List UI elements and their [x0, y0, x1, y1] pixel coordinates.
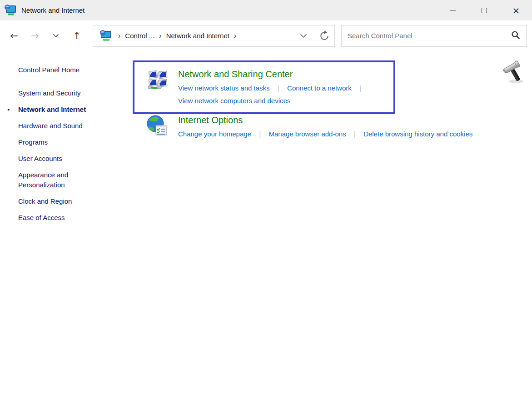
- active-bullet-icon: ●: [7, 105, 10, 115]
- sidebar-item-label: Hardware and Sound: [18, 122, 83, 130]
- close-icon: ×: [512, 6, 520, 15]
- link-separator: |: [259, 130, 261, 138]
- address-bar[interactable]: › Control ... › Network and Internet ›: [93, 25, 335, 47]
- recent-locations-dropdown[interactable]: [45, 32, 66, 39]
- sidebar-item-network-and-internet[interactable]: ● Network and Internet: [18, 105, 96, 115]
- breadcrumb-item-network-and-internet[interactable]: Network and Internet: [166, 32, 229, 40]
- network-and-internet-icon: [4, 4, 16, 16]
- link-separator: |: [278, 85, 279, 92]
- control-panel-icon: [99, 30, 112, 42]
- main-panel: Network and Sharing Center View network …: [132, 51, 532, 396]
- sidebar-item-system-and-security[interactable]: System and Security: [18, 88, 96, 98]
- link-view-network-status-and-tasks[interactable]: View network status and tasks: [178, 84, 270, 92]
- sidebar-item-label: Network and Internet: [18, 105, 86, 113]
- search-input[interactable]: [348, 32, 511, 40]
- sidebar-item-clock-and-region[interactable]: Clock and Region: [18, 196, 96, 206]
- content-area: Control Panel Home System and Security ●…: [0, 51, 532, 396]
- search-icon[interactable]: [511, 30, 520, 41]
- close-button[interactable]: ×: [500, 0, 532, 20]
- sidebar-item-control-panel-home[interactable]: Control Panel Home: [18, 65, 96, 75]
- sidebar-item-label: Clock and Region: [18, 197, 72, 205]
- refresh-icon[interactable]: [319, 30, 330, 41]
- minimize-icon: [450, 10, 456, 11]
- breadcrumb-item-control-panel[interactable]: Control ...: [125, 32, 154, 40]
- sidebar-item-hardware-and-sound[interactable]: Hardware and Sound: [18, 121, 96, 131]
- address-dropdown-icon[interactable]: [300, 34, 307, 38]
- sidebar-item-label: Ease of Access: [18, 214, 65, 221]
- link-separator: |: [354, 130, 356, 138]
- link-manage-browser-add-ons[interactable]: Manage browser add-ons: [269, 130, 346, 138]
- hammer-cursor-icon: [502, 60, 527, 85]
- minimize-button[interactable]: [437, 0, 468, 20]
- link-delete-browsing-history-and-cookies[interactable]: Delete browsing history and cookies: [363, 130, 472, 138]
- sidebar-item-label: User Accounts: [18, 155, 62, 162]
- category-internet-options: Internet Options Change your homepage | …: [132, 114, 528, 139]
- link-view-network-computers-and-devices[interactable]: View network computers and devices: [178, 97, 290, 105]
- category-title-network-and-sharing-center[interactable]: Network and Sharing Center: [178, 68, 367, 80]
- up-button[interactable]: ↑: [66, 30, 87, 41]
- navigation-toolbar: ← → ↑ › Control ... › Network and Intern…: [0, 20, 532, 51]
- sidebar: Control Panel Home System and Security ●…: [0, 51, 132, 396]
- maximize-button[interactable]: [468, 0, 500, 20]
- network-sharing-center-icon: [148, 69, 169, 90]
- breadcrumb-chevron: ›: [159, 32, 161, 40]
- sidebar-item-label: Programs: [18, 138, 48, 146]
- sidebar-item-programs[interactable]: Programs: [18, 137, 96, 147]
- category-title-internet-options[interactable]: Internet Options: [178, 114, 472, 126]
- link-connect-to-a-network[interactable]: Connect to a network: [287, 84, 352, 92]
- sidebar-item-label: Appearance and Personalization: [18, 171, 68, 189]
- sidebar-item-label: System and Security: [18, 89, 81, 97]
- back-button[interactable]: ←: [4, 30, 25, 41]
- title-bar: Network and Internet ×: [0, 0, 532, 20]
- search-box: [341, 25, 527, 47]
- sidebar-item-user-accounts[interactable]: User Accounts: [18, 154, 96, 164]
- sidebar-item-ease-of-access[interactable]: Ease of Access: [18, 213, 96, 223]
- link-separator: |: [359, 85, 361, 92]
- internet-options-icon: [146, 115, 168, 136]
- maximize-icon: [482, 8, 487, 13]
- category-network-and-sharing-center: Network and Sharing Center View network …: [133, 60, 395, 114]
- window-controls: ×: [437, 0, 532, 20]
- link-change-your-homepage[interactable]: Change your homepage: [178, 130, 251, 138]
- breadcrumb-chevron: ›: [234, 32, 236, 40]
- breadcrumb-chevron: ›: [118, 32, 120, 40]
- window-title: Network and Internet: [21, 6, 85, 14]
- sidebar-item-appearance-and-personalization[interactable]: Appearance and Personalization: [18, 170, 96, 190]
- forward-button[interactable]: →: [25, 30, 45, 41]
